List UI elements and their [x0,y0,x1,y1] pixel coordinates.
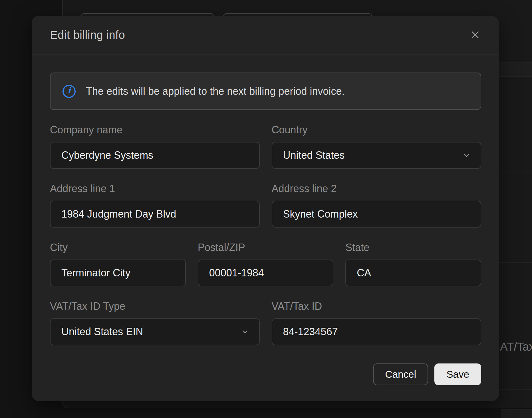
info-banner-text: The edits will be applied to the next bi… [86,85,345,97]
state-label: State [345,241,481,254]
dialog-body: i The edits will be applied to the next … [32,55,499,385]
background-table-band [501,409,532,418]
vat-tax-id-label: VAT/Tax ID [272,300,481,313]
form-row-4: VAT/Tax ID Type United States EIN VAT/Ta… [50,300,481,345]
cancel-button[interactable]: Cancel [373,363,428,385]
dialog-title: Edit billing info [50,29,466,41]
dialog-header: Edit billing info [32,16,499,55]
field-country: Country United States [272,124,481,169]
field-vat-tax-id: VAT/Tax ID [272,300,481,345]
edit-billing-info-dialog: Edit billing info i The edits will be ap… [32,16,499,401]
vat-tax-id-type-select[interactable]: United States EIN [50,318,260,345]
info-banner: i The edits will be applied to the next … [50,73,481,110]
form-row-1: Company name Country United States [50,124,481,169]
company-name-label: Company name [50,124,260,136]
postal-zip-label: Postal/ZIP [198,241,334,254]
form-row-3: City Postal/ZIP State [50,241,481,286]
address-line-1-label: Address line 1 [50,182,260,195]
field-vat-tax-id-type: VAT/Tax ID Type United States EIN [50,300,260,345]
address-line-1-input[interactable] [50,201,260,228]
city-label: City [50,241,186,254]
field-city: City [50,241,186,286]
info-circle-icon: i [63,85,76,98]
address-line-2-label: Address line 2 [272,182,481,195]
state-input[interactable] [345,260,481,286]
close-icon [470,30,480,40]
close-button[interactable] [466,26,484,44]
country-select[interactable]: United States [272,142,481,169]
dialog-footer: Cancel Save [50,363,481,385]
company-name-input[interactable] [50,142,260,169]
country-selected-value: United States [283,149,345,161]
city-input[interactable] [50,260,186,286]
chevron-down-icon [462,151,471,160]
chevron-down-icon [241,327,249,336]
vat-tax-id-input[interactable] [272,318,481,345]
field-postal-zip: Postal/ZIP [198,241,334,286]
field-address-line-1: Address line 1 [50,182,260,228]
address-line-2-input[interactable] [272,201,481,228]
country-label: Country [272,124,481,136]
form-row-2: Address line 1 Address line 2 [50,182,481,228]
field-state: State [345,241,481,286]
save-button[interactable]: Save [434,363,481,385]
vat-tax-id-type-label: VAT/Tax ID Type [50,300,260,313]
background-partial-text: AT/Tax [500,340,532,353]
field-company-name: Company name [50,124,260,169]
vat-tax-id-type-selected-value: United States EIN [61,326,143,338]
postal-zip-input[interactable] [198,260,334,286]
field-address-line-2: Address line 2 [272,182,481,228]
